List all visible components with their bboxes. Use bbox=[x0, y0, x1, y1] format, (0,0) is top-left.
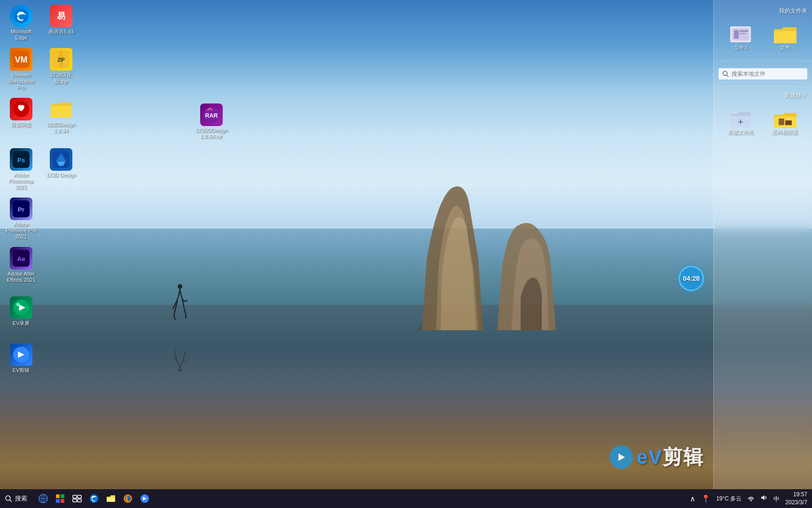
icon-123design-folder-label: 123DDesign 1.8.34 bbox=[45, 122, 78, 134]
taskbar-clock[interactable]: 19:57 2023/3/7 bbox=[785, 491, 807, 507]
svg-point-27 bbox=[723, 71, 727, 76]
svg-point-2 bbox=[178, 369, 182, 372]
icon-zip[interactable]: ZIP 123d汉化版.zip bbox=[42, 46, 80, 93]
icon-new-folder[interactable]: 新建文件夹 bbox=[722, 107, 759, 138]
taskbar: 搜索 ∧ 📍 bbox=[0, 489, 812, 508]
search-box[interactable] bbox=[718, 68, 807, 79]
taskbar-chevron[interactable]: ∧ bbox=[690, 494, 695, 503]
icon-ev-edit-area: EV剪辑 bbox=[2, 341, 40, 376]
icon-after-effects[interactable]: Ae Adobe After Effects 2021 bbox=[2, 245, 40, 286]
svg-rect-26 bbox=[740, 33, 746, 34]
taskbar-icon-widget[interactable] bbox=[53, 491, 68, 506]
icon-premiere-label: Adobe Premiere Pro 2021 bbox=[5, 222, 38, 240]
icon-sike-simulator-label: 思科模拟器 bbox=[772, 129, 798, 136]
svg-rect-33 bbox=[785, 120, 792, 125]
svg-point-52 bbox=[750, 500, 752, 501]
icon-file[interactable]: 文件 bbox=[766, 22, 804, 54]
svg-text:Ps: Ps bbox=[17, 157, 25, 164]
svg-rect-45 bbox=[78, 495, 81, 498]
svg-rect-44 bbox=[73, 495, 77, 498]
icon-file3[interactable]: 文件3 bbox=[722, 22, 759, 54]
taskbar-icon-explorer[interactable] bbox=[103, 491, 118, 506]
runner-reflection bbox=[172, 347, 188, 373]
ev-play-icon bbox=[609, 445, 633, 469]
svg-point-20 bbox=[16, 303, 20, 306]
taskbar-time: 19:57 bbox=[785, 491, 807, 499]
icon-rar-label: 123DDDesign 1.8.34.rar bbox=[195, 127, 228, 140]
svg-rect-25 bbox=[740, 30, 748, 32]
taskbar-icon-globe[interactable] bbox=[36, 491, 51, 506]
new-grid-label: 新建格子 bbox=[718, 92, 807, 100]
svg-line-28 bbox=[727, 75, 729, 77]
svg-text:RAR: RAR bbox=[205, 112, 218, 119]
icon-photoshop-label: Adobe Photoshop 2021 bbox=[5, 172, 38, 191]
right-panel-my-files: 我的文件夹 文件3 文件 bbox=[714, 0, 812, 61]
my-files-title: 我的文件夹 bbox=[718, 7, 807, 15]
icon-vmware[interactable]: VM VMware Workstation Pro bbox=[2, 46, 40, 93]
svg-text:Ae: Ae bbox=[17, 255, 25, 262]
icon-123design-app-label: 123D Design bbox=[46, 172, 76, 178]
svg-rect-46 bbox=[73, 499, 77, 502]
right-panel-new-grid: 新建格子 新建文件夹 bbox=[714, 87, 812, 146]
icon-microsoft-edge[interactable]: Microsoft Edge bbox=[2, 2, 40, 43]
svg-point-1 bbox=[178, 284, 182, 289]
icon-ev-rec-area: EV录屏 bbox=[2, 294, 40, 329]
icon-new-folder-label: 新建文件夹 bbox=[728, 129, 754, 136]
svg-text:ZIP: ZIP bbox=[57, 57, 65, 63]
runner-silhouette bbox=[171, 283, 189, 325]
svg-point-48 bbox=[90, 494, 98, 503]
icon-ev-edit[interactable]: EV剪辑 bbox=[2, 341, 40, 376]
svg-rect-41 bbox=[61, 494, 64, 498]
icon-premiere[interactable]: Pr Adobe Premiere Pro 2021 bbox=[2, 195, 40, 243]
desktop-icons-area2: Ps Adobe Photoshop 2021 123D Design bbox=[2, 146, 80, 193]
icon-vmware-label: VMware Workstation Pro bbox=[5, 72, 38, 91]
icon-ev-edit-label: EV剪辑 bbox=[13, 367, 30, 373]
right-panel: 我的文件夹 文件3 文件 bbox=[713, 0, 812, 489]
taskbar-system-tray: ∧ 📍 19°C 多云 中 19:57 2023/3/7 bbox=[690, 491, 807, 507]
rock-formations bbox=[366, 166, 577, 330]
icon-premiere-area: Pr Adobe Premiere Pro 2021 bbox=[2, 195, 40, 243]
taskbar-input-method[interactable]: 中 bbox=[773, 494, 780, 503]
icon-ev-rec[interactable]: EV录屏 bbox=[2, 294, 40, 329]
icon-123design-folder[interactable]: 123DDesign 1.8.34 bbox=[42, 95, 80, 136]
svg-rect-40 bbox=[56, 494, 60, 498]
icon-sike-simulator[interactable]: 思科模拟器 bbox=[766, 107, 804, 138]
taskbar-date: 2023/3/7 bbox=[785, 499, 807, 507]
icon-after-effects-label: Adobe After Effects 2021 bbox=[5, 271, 38, 283]
right-panel-search-section bbox=[714, 61, 812, 87]
svg-point-3 bbox=[14, 8, 29, 24]
svg-text:VM: VM bbox=[15, 55, 28, 64]
icon-rar[interactable]: RAR 123DDDesign 1.8.34.rar bbox=[193, 101, 230, 142]
icon-yy[interactable]: 易 易语言5.93 bbox=[42, 2, 80, 43]
taskbar-icon-taskview[interactable] bbox=[70, 491, 85, 506]
search-icon bbox=[722, 71, 729, 77]
taskbar-icon-ev[interactable] bbox=[137, 491, 152, 506]
icon-file-label: 文件 bbox=[780, 44, 790, 51]
icon-baidu[interactable]: 百度网盘 bbox=[2, 95, 40, 136]
taskbar-location[interactable]: 📍 bbox=[701, 494, 710, 503]
taskbar-speaker[interactable] bbox=[760, 494, 768, 503]
icon-file3-label: 文件3 bbox=[734, 44, 747, 51]
icon-photoshop[interactable]: Ps Adobe Photoshop 2021 bbox=[2, 146, 40, 193]
taskbar-network[interactable] bbox=[747, 494, 755, 503]
svg-point-34 bbox=[6, 496, 10, 500]
ev-watermark: eV剪辑 bbox=[609, 444, 704, 470]
svg-rect-32 bbox=[779, 119, 784, 125]
svg-text:Pr: Pr bbox=[18, 206, 25, 213]
svg-rect-42 bbox=[56, 499, 60, 503]
ev-watermark-text: eV剪辑 bbox=[637, 444, 704, 470]
icon-yy-label: 易语言5.93 bbox=[48, 29, 74, 35]
taskbar-search[interactable]: 搜索 bbox=[5, 494, 27, 503]
taskbar-input-label: 中 bbox=[773, 495, 780, 502]
taskbar-icon-edge[interactable] bbox=[86, 491, 102, 506]
icon-rar-area: RAR 123DDDesign 1.8.34.rar bbox=[193, 101, 230, 142]
taskbar-icon-firefox[interactable] bbox=[120, 491, 135, 506]
timer-circle: 04:28 bbox=[679, 266, 704, 291]
svg-rect-43 bbox=[61, 499, 64, 503]
icon-123design-app[interactable]: 123D Design bbox=[42, 146, 80, 193]
taskbar-weather: 19°C 多云 bbox=[716, 495, 742, 503]
svg-line-35 bbox=[10, 500, 12, 502]
search-input[interactable] bbox=[732, 71, 804, 77]
icon-zip-label: 123d汉化版.zip bbox=[45, 72, 78, 84]
taskbar-weather-text: 19°C 多云 bbox=[716, 495, 742, 503]
